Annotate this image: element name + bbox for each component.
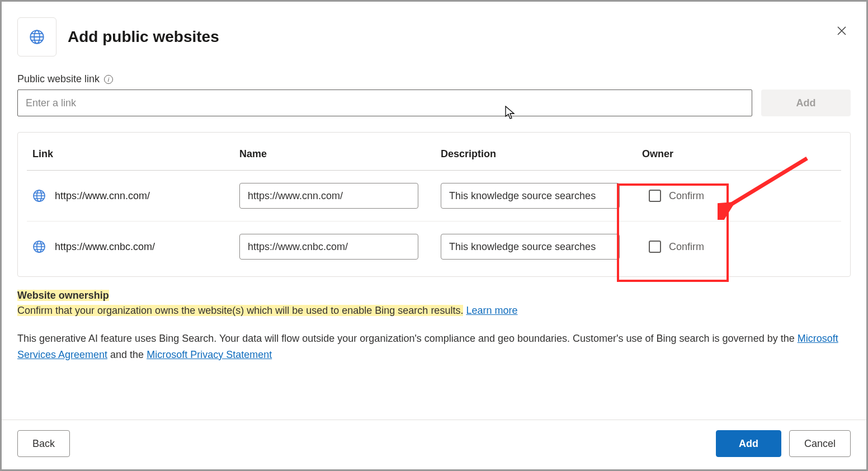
disclaimer: This generative AI feature uses Bing Sea…	[17, 331, 851, 363]
confirm-checkbox[interactable]	[649, 241, 661, 253]
confirm-checkbox[interactable]	[649, 190, 661, 202]
table-row: https://www.cnn.com/ Confirm	[27, 171, 841, 222]
col-owner: Owner	[642, 148, 838, 160]
globe-icon	[32, 240, 46, 253]
dialog-title: Add public websites	[68, 28, 219, 46]
disclaimer-mid: and the	[107, 349, 147, 360]
field-label: Public website link i	[17, 73, 851, 85]
field-label-text: Public website link	[17, 73, 100, 85]
ownership-title: Website ownership	[17, 290, 109, 301]
name-input[interactable]	[239, 183, 418, 209]
add-link-button[interactable]: Add	[761, 90, 851, 116]
description-input[interactable]	[441, 234, 620, 260]
learn-more-link[interactable]: Learn more	[466, 305, 517, 316]
name-input[interactable]	[239, 234, 418, 260]
add-button[interactable]: Add	[716, 430, 781, 457]
table-row: https://www.cnbc.com/ Confirm	[27, 222, 841, 272]
globe-icon	[32, 189, 46, 202]
globe-icon	[29, 29, 45, 45]
link-text: https://www.cnn.com/	[55, 190, 150, 202]
confirm-label: Confirm	[669, 190, 704, 202]
ownership-note: Website ownership Confirm that your orga…	[17, 288, 851, 318]
link-text: https://www.cnbc.com/	[55, 241, 155, 253]
table-header: Link Name Description Owner	[27, 139, 841, 171]
header-icon	[17, 17, 56, 56]
col-link: Link	[32, 148, 239, 160]
close-button[interactable]	[833, 22, 851, 40]
cancel-button[interactable]: Cancel	[789, 430, 851, 457]
close-icon	[837, 26, 847, 36]
link-cell: https://www.cnn.com/	[32, 189, 239, 202]
ownership-text: Confirm that your organization owns the …	[17, 305, 463, 316]
confirm-label: Confirm	[669, 241, 704, 253]
col-name: Name	[239, 148, 441, 160]
link-input[interactable]	[17, 90, 752, 116]
link-cell: https://www.cnbc.com/	[32, 240, 239, 253]
disclaimer-pre: This generative AI feature uses Bing Sea…	[17, 333, 798, 344]
description-input[interactable]	[441, 183, 620, 209]
links-table: Link Name Description Owner https://www.…	[17, 132, 851, 277]
back-button[interactable]: Back	[17, 430, 70, 457]
privacy-link[interactable]: Microsoft Privacy Statement	[147, 349, 272, 360]
col-description: Description	[441, 148, 642, 160]
dialog-footer: Back Add Cancel	[2, 420, 866, 469]
dialog-header: Add public websites	[17, 17, 851, 56]
info-icon[interactable]: i	[104, 75, 113, 84]
